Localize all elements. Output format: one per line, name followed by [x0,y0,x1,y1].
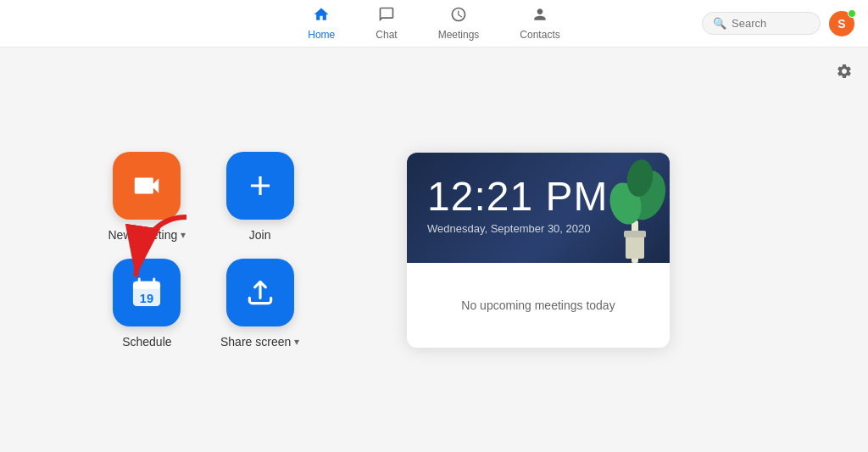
tab-chat-label: Chat [376,29,397,41]
tab-home[interactable]: Home [287,1,355,46]
tab-contacts[interactable]: Contacts [499,1,580,46]
online-badge [848,9,856,18]
join-button[interactable] [226,152,294,220]
nav-tabs: Home Chat Meetings Contacts [287,1,580,46]
main-content: New Meeting ▾ Join [0,47,868,452]
search-icon: 🔍 [713,17,726,30]
tab-home-label: Home [308,29,335,41]
avatar-letter: S [837,17,845,31]
share-screen-button[interactable] [226,259,294,326]
left-panel: New Meeting ▾ Join [0,47,407,452]
gear-icon [836,63,853,80]
avatar[interactable]: S [829,11,854,36]
share-screen-item[interactable]: Share screen ▾ [220,259,299,349]
tab-contacts-label: Contacts [520,29,559,41]
svg-text:19: 19 [140,291,153,304]
plus-icon [244,170,276,202]
card-header: 12:21 PM Wednesday, September 30, 2020 [407,153,670,263]
settings-button[interactable] [831,58,858,85]
meetings-icon [450,6,467,27]
contacts-icon [531,6,548,27]
schedule-button[interactable]: 19 [113,259,181,326]
join-label: Join [249,228,271,242]
new-meeting-item[interactable]: New Meeting ▾ [108,152,186,242]
schedule-label: Schedule [122,335,171,349]
schedule-item[interactable]: 19 Schedule [108,259,186,349]
home-icon [313,6,330,27]
plant-decoration [602,153,670,263]
card-body: No upcoming meetings today [407,263,670,348]
search-input[interactable] [732,17,808,30]
upload-icon [244,276,276,309]
action-grid: New Meeting ▾ Join [108,152,300,349]
chat-icon [378,6,395,27]
tab-meetings-label: Meetings [438,29,480,41]
new-meeting-label: New Meeting ▾ [108,228,186,242]
new-meeting-chevron: ▾ [181,229,186,241]
new-meeting-button[interactable] [113,152,181,220]
tab-meetings[interactable]: Meetings [418,1,500,46]
camera-icon [131,170,163,202]
svg-rect-13 [624,231,646,237]
right-panel: 12:21 PM Wednesday, September 30, 2020 N… [407,47,868,452]
nav-bar: Home Chat Meetings Contacts 🔍 S [0,0,868,47]
nav-right: 🔍 S [702,11,854,36]
calendar-card: 12:21 PM Wednesday, September 30, 2020 N… [407,153,670,348]
share-screen-label: Share screen ▾ [220,335,299,349]
svg-rect-3 [133,281,160,288]
share-screen-chevron: ▾ [294,336,299,348]
no-meetings-text: No upcoming meetings today [461,299,615,312]
tab-chat[interactable]: Chat [355,1,417,46]
search-box[interactable]: 🔍 [702,12,821,35]
calendar-icon: 19 [131,276,163,309]
join-item[interactable]: Join [220,152,299,242]
